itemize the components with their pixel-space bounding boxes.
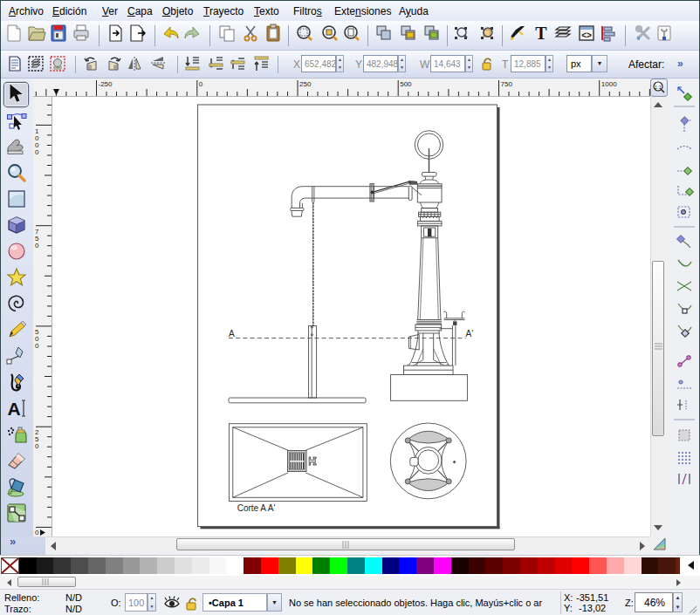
svg-text:1000: 1000 [601, 80, 617, 88]
svg-text:0: 0 [35, 342, 39, 350]
svg-text:-250: -250 [99, 80, 113, 88]
svg-text:T: T [535, 24, 547, 43]
svg-text:A: A [7, 399, 20, 419]
svg-text:250: 250 [299, 80, 312, 88]
svg-text:0: 0 [35, 148, 39, 156]
svg-text:<>: <> [581, 31, 592, 40]
svg-text:0: 0 [35, 442, 39, 450]
svg-text:750: 750 [501, 80, 513, 88]
svg-text:500: 500 [400, 80, 412, 88]
svg-text:0: 0 [199, 80, 203, 88]
svg-text:A: A [229, 329, 235, 338]
svg-text:0: 0 [35, 529, 39, 536]
svg-text:A': A' [466, 329, 474, 338]
svg-text:1:1: 1:1 [655, 85, 662, 90]
svg-text:Corte A A': Corte A A' [237, 503, 276, 513]
svg-text:0: 0 [35, 242, 39, 249]
